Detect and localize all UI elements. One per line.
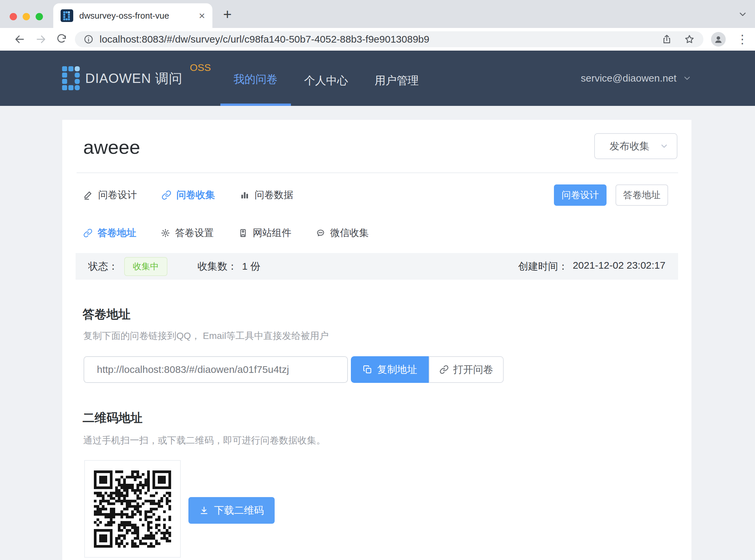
status-badge: 收集中 <box>124 257 167 276</box>
widget-badge-icon <box>238 228 248 238</box>
forward-icon[interactable] <box>35 34 47 46</box>
chevron-down-icon <box>682 74 692 83</box>
divider <box>77 173 678 173</box>
subtab-label: 答卷设置 <box>175 226 214 240</box>
tab-label: 问卷设计 <box>98 188 137 202</box>
bar-chart-icon <box>240 190 250 200</box>
answer-url-heading: 答卷地址 <box>83 306 130 323</box>
browser-profile-avatar[interactable] <box>711 32 726 47</box>
main-nav: 我的问卷 个人中心 用户管理 <box>220 51 432 106</box>
qr-code-image <box>94 471 171 548</box>
tab-survey-collect[interactable]: 问卷收集 <box>161 188 215 202</box>
answer-url-row: http://localhost:8083/#/diaowen/a01f75u4… <box>84 356 504 383</box>
count-label: 收集数： <box>198 260 237 273</box>
brand-name: DIAOWEN 调问 <box>85 69 182 87</box>
window-close-button[interactable] <box>9 13 17 20</box>
publish-select-value: 发布收集 <box>610 140 650 153</box>
address-bar[interactable]: localhost:8083/#/dw/survey/c/url/c98fa14… <box>75 31 703 47</box>
subtab-answer-settings[interactable]: 答卷设置 <box>161 226 214 240</box>
subtab-site-widget[interactable]: 网站组件 <box>238 226 291 240</box>
brand-logo[interactable]: DIAOWEN 调问 OSS <box>62 51 211 106</box>
brand-badge-oss: OSS <box>190 62 211 73</box>
status-bar: 状态： 收集中 收集数： 1 份 创建时间： 2021-12-02 23:02:… <box>76 253 678 280</box>
subtab-answer-url[interactable]: 答卷地址 <box>83 226 136 240</box>
nav-item-my-surveys[interactable]: 我的问卷 <box>220 51 291 106</box>
link-icon <box>83 228 93 238</box>
download-qr-button[interactable]: 下载二维码 <box>188 497 274 524</box>
nav-item-user-management[interactable]: 用户管理 <box>362 51 432 106</box>
tab-survey-data[interactable]: 问卷数据 <box>240 188 293 202</box>
pencil-icon <box>83 190 93 200</box>
nav-item-personal-center[interactable]: 个人中心 <box>291 51 362 106</box>
user-menu[interactable]: service@diaowen.net <box>581 51 692 106</box>
count-value: 1 份 <box>242 260 260 273</box>
tab-search-chevron-icon[interactable] <box>738 9 748 19</box>
answer-url-description: 复制下面的问卷链接到QQ， Email等工具中直接发给被用户 <box>83 329 329 342</box>
browser-menu-icon[interactable]: ⋮ <box>736 33 748 46</box>
survey-url-input[interactable]: http://localhost:8083/#/diaowen/a01f75u4… <box>84 356 348 383</box>
url-text: localhost:8083/#/dw/survey/c/url/c98fa14… <box>100 34 661 45</box>
browser-tab[interactable]: dwsurvey-oss-front-vue × <box>53 3 212 28</box>
reload-icon[interactable] <box>56 34 68 46</box>
share-icon[interactable] <box>661 34 672 45</box>
copy-url-button[interactable]: 复制地址 <box>351 356 429 383</box>
created-label: 创建时间： <box>518 260 568 273</box>
subtab-wechat-collect[interactable]: 微信收集 <box>316 226 369 240</box>
link-icon <box>440 365 449 374</box>
window-minimize-button[interactable] <box>23 13 30 20</box>
browser-tab-strip: dwsurvey-oss-front-vue × + <box>0 0 755 28</box>
survey-tab-row: 问卷设计 问卷收集 问卷数据 问卷设计 答卷地址 <box>83 182 668 208</box>
open-survey-button[interactable]: 打开问卷 <box>429 356 504 383</box>
chevron-down-icon <box>659 141 669 151</box>
page-title: aweee <box>83 136 140 158</box>
download-qr-label: 下载二维码 <box>214 504 264 517</box>
page-background: aweee 发布收集 问卷设计 <box>0 106 755 560</box>
subtab-label: 答卷地址 <box>98 226 136 240</box>
download-icon <box>199 505 209 515</box>
subtab-label: 微信收集 <box>330 226 369 240</box>
copy-icon <box>363 364 372 375</box>
publish-select[interactable]: 发布收集 <box>594 133 677 159</box>
new-tab-button[interactable]: + <box>220 7 235 22</box>
qr-description: 通过手机扫一扫，或下载二维码，即可进行问卷数据收集。 <box>83 434 326 447</box>
answer-url-button[interactable]: 答卷地址 <box>615 184 668 206</box>
gear-icon <box>161 228 170 238</box>
person-icon <box>713 34 723 44</box>
back-icon[interactable] <box>14 34 26 46</box>
wechat-chat-icon <box>316 228 325 238</box>
diaowen-logo-icon <box>62 66 80 90</box>
window-zoom-button[interactable] <box>36 13 43 20</box>
site-info-icon[interactable] <box>84 34 94 44</box>
tab-label: 问卷收集 <box>177 188 215 202</box>
bookmark-star-icon[interactable] <box>684 34 695 45</box>
user-email: service@diaowen.net <box>581 73 676 84</box>
browser-url-bar: localhost:8083/#/dw/survey/c/url/c98fa14… <box>0 28 755 51</box>
design-survey-button[interactable]: 问卷设计 <box>554 184 607 206</box>
tab-survey-design[interactable]: 问卷设计 <box>83 188 137 202</box>
copy-url-label: 复制地址 <box>377 363 417 377</box>
screen: dwsurvey-oss-front-vue × + localhost:808… <box>0 0 755 560</box>
survey-card: aweee 发布收集 问卷设计 <box>62 120 691 560</box>
tab-close-icon[interactable]: × <box>199 10 205 21</box>
qr-heading: 二维码地址 <box>83 410 142 426</box>
app-header: DIAOWEN 调问 OSS 我的问卷 个人中心 用户管理 service@di… <box>0 51 755 106</box>
open-survey-label: 打开问卷 <box>453 363 493 377</box>
tab-title: dwsurvey-oss-front-vue <box>79 11 199 21</box>
qr-code-box <box>84 460 181 558</box>
favicon-dwsurvey <box>61 9 73 22</box>
created-value: 2021-12-02 23:02:17 <box>573 260 666 273</box>
status-label: 状态： <box>88 260 118 273</box>
link-icon <box>161 190 171 200</box>
action-buttons: 问卷设计 答卷地址 <box>554 184 668 206</box>
tab-label: 问卷数据 <box>255 188 293 202</box>
collect-subtab-row: 答卷地址 答卷设置 网站组件 <box>83 220 393 246</box>
subtab-label: 网站组件 <box>253 226 291 240</box>
